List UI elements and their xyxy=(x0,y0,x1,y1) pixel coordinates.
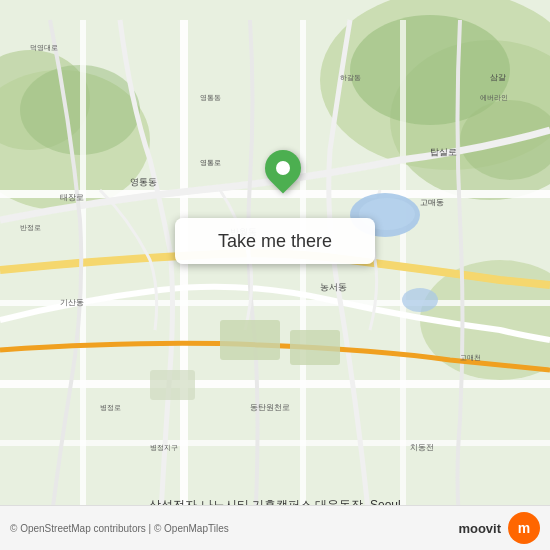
svg-text:병정지구: 병정지구 xyxy=(150,444,178,451)
take-me-there-button[interactable]: Take me there xyxy=(175,218,375,264)
moovit-icon: m xyxy=(518,520,530,536)
svg-text:반정로: 반정로 xyxy=(20,224,41,231)
svg-rect-14 xyxy=(180,20,188,530)
moovit-logo: moovit m xyxy=(458,512,540,544)
location-pin xyxy=(265,150,301,194)
map-container: 영통동 반월동 농서동 기산동 고매동 탑실로 태장로 반정로 영통로 동탄원천… xyxy=(0,0,550,550)
attribution-text: © OpenStreetMap contributors | © OpenMap… xyxy=(10,523,229,534)
pin-inner xyxy=(273,158,293,178)
attribution-bar: © OpenStreetMap contributors | © OpenMap… xyxy=(0,505,550,550)
svg-rect-15 xyxy=(300,20,306,530)
svg-text:고매동: 고매동 xyxy=(420,198,444,207)
svg-text:고매천: 고매천 xyxy=(460,354,481,361)
svg-text:에버라인: 에버라인 xyxy=(480,94,508,101)
svg-rect-20 xyxy=(220,320,280,360)
moovit-text: moovit xyxy=(458,521,501,536)
svg-text:하갈동: 하갈동 xyxy=(340,74,361,81)
svg-text:영통로: 영통로 xyxy=(200,159,221,167)
pin-outer xyxy=(258,143,309,194)
svg-text:삼갈: 삼갈 xyxy=(490,73,506,82)
svg-text:농서동: 농서동 xyxy=(320,282,347,292)
svg-text:덕영대로: 덕영대로 xyxy=(30,44,58,52)
svg-text:영통동: 영통동 xyxy=(130,177,157,187)
svg-text:탑실로: 탑실로 xyxy=(430,147,457,157)
svg-text:태장로: 태장로 xyxy=(60,193,84,202)
map-svg: 영통동 반월동 농서동 기산동 고매동 탑실로 태장로 반정로 영통로 동탄원천… xyxy=(0,0,550,550)
svg-text:치동전: 치동전 xyxy=(410,443,434,452)
svg-text:병정로: 병정로 xyxy=(100,404,121,411)
svg-text:기산동: 기산동 xyxy=(60,298,84,307)
svg-rect-22 xyxy=(150,370,195,400)
svg-rect-21 xyxy=(290,330,340,365)
svg-text:영통동: 영통동 xyxy=(200,94,221,102)
svg-point-19 xyxy=(402,288,438,312)
svg-rect-16 xyxy=(400,20,406,530)
moovit-circle: m xyxy=(508,512,540,544)
svg-text:동탄원천로: 동탄원천로 xyxy=(250,403,290,412)
